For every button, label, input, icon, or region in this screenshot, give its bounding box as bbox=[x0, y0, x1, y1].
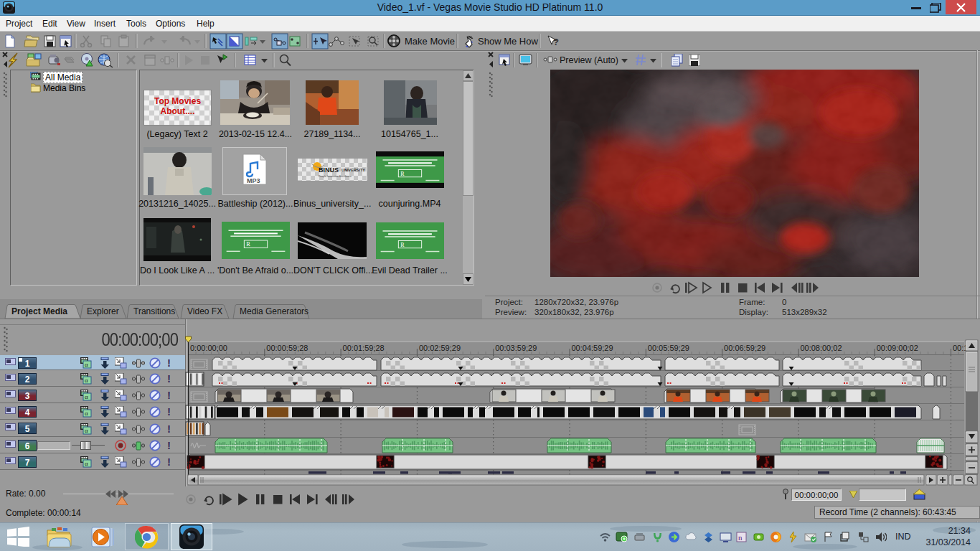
svg-text:00:04:59;29: 00:04:59;29 bbox=[572, 344, 613, 352]
svg-text:MP3: MP3 bbox=[247, 177, 260, 184]
svg-text:R: R bbox=[400, 242, 405, 248]
svg-text:Transitions: Transitions bbox=[133, 306, 175, 316]
svg-text:α: α bbox=[85, 377, 88, 384]
svg-text:Project Media: Project Media bbox=[11, 306, 67, 316]
svg-text:?: ? bbox=[553, 37, 559, 47]
svg-text:R: R bbox=[246, 241, 250, 248]
svg-text:Media Generators: Media Generators bbox=[240, 306, 308, 316]
svg-text:00:06:59;29: 00:06:59;29 bbox=[724, 344, 765, 352]
svg-text:n: n bbox=[738, 533, 743, 542]
svg-text:00:00:59;28: 00:00:59;28 bbox=[266, 344, 308, 352]
svg-text:Video FX: Video FX bbox=[187, 306, 222, 316]
svg-text:00:02:59;29: 00:02:59;29 bbox=[419, 344, 461, 352]
svg-text:α: α bbox=[85, 361, 88, 368]
svg-text:00:03:59;29: 00:03:59;29 bbox=[495, 344, 537, 352]
svg-text:00:05:59;29: 00:05:59;29 bbox=[648, 344, 689, 352]
svg-text:00:01:59;28: 00:01:59;28 bbox=[343, 344, 385, 352]
svg-text:People Innovation Excellence: People Innovation Excellence bbox=[319, 175, 352, 178]
svg-text:α: α bbox=[85, 460, 88, 467]
svg-text:α: α bbox=[85, 427, 88, 434]
svg-text:00:08:00;02: 00:08:00;02 bbox=[800, 344, 842, 352]
svg-text:R: R bbox=[400, 171, 405, 177]
svg-text:α: α bbox=[85, 393, 88, 400]
svg-text:UNIVERSITY: UNIVERSITY bbox=[341, 168, 365, 172]
svg-text:00:09:00;02: 00:09:00;02 bbox=[877, 344, 918, 352]
svg-text:0:00:00;00: 0:00:00;00 bbox=[190, 344, 227, 352]
svg-text:α: α bbox=[85, 410, 88, 417]
svg-text:BINUS: BINUS bbox=[319, 166, 339, 174]
svg-text:Explorer: Explorer bbox=[87, 306, 119, 316]
